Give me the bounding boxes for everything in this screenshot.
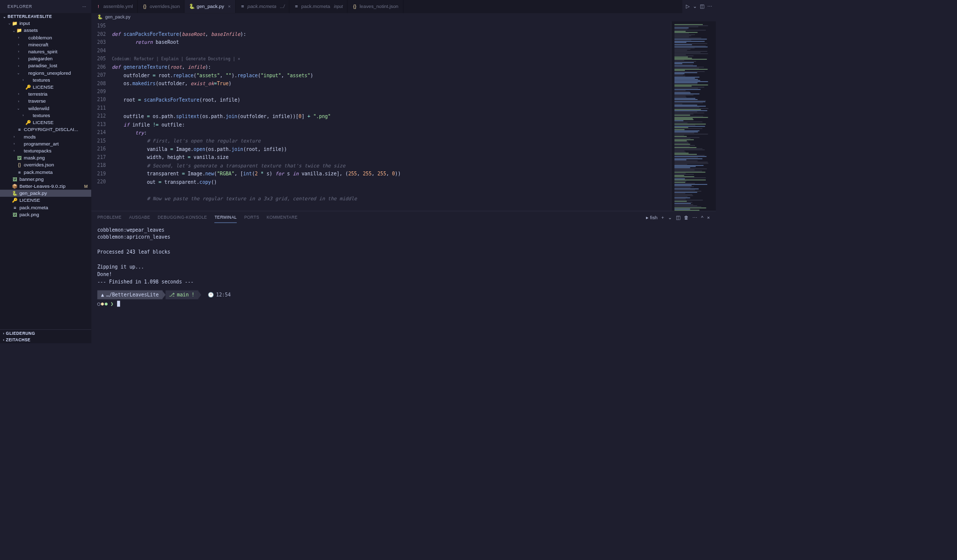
tree-item[interactable]: 📦Better-Leaves-9.0.zipM [0, 183, 91, 190]
tree-item[interactable]: ›cobblemon [0, 34, 91, 41]
sidebar-section[interactable]: ›ZEITACHSE [0, 336, 91, 343]
file-icon: 🖼 [12, 212, 18, 217]
chevron-icon: › [21, 114, 25, 117]
chevron-icon: › [16, 64, 21, 67]
tree-item[interactable]: 🐍gen_pack.py [0, 190, 91, 197]
tree-item[interactable]: ›traverse [0, 98, 91, 105]
prompt-branch: main ! [177, 291, 194, 298]
terminal-line: Done! [97, 271, 710, 279]
tree-item[interactable]: 🔑LICENSE [0, 84, 91, 91]
tree-item-label: wilderwild [28, 106, 49, 111]
tab-label: leaves_notint.json [359, 3, 398, 9]
tree-item[interactable]: ›programmer_art [0, 140, 91, 147]
tree-item-label: texturepacks [24, 148, 51, 153]
panel-tab[interactable]: DEBUGGING-KONSOLE [158, 212, 207, 223]
kill-terminal-icon[interactable]: 🗑 [684, 214, 689, 220]
tree-item[interactable]: ›minecraft [0, 41, 91, 48]
tree-item-label: textures [33, 77, 50, 83]
tree-item-label: COPYRIGHT_DISCLAI... [24, 127, 78, 132]
tree-item[interactable]: {}overrides.json [0, 161, 91, 168]
terminal-line: --- Finished in 1.098 seconds --- [97, 279, 710, 286]
close-icon[interactable]: × [228, 3, 231, 9]
tree-item[interactable]: 🖼pack.png [0, 211, 91, 218]
breadcrumb[interactable]: 🐍 gen_pack.py [91, 13, 716, 21]
run-icon[interactable]: ▷ [686, 3, 689, 9]
editor-tab[interactable]: {}leaves_notint.json [347, 0, 403, 13]
tree-item[interactable]: ›textures [0, 112, 91, 119]
tree-item[interactable]: ≡pack.mcmeta [0, 168, 91, 175]
project-header[interactable]: ⌄ BETTERLEAVESLITE [0, 13, 91, 19]
run-dropdown-icon[interactable]: ⌄ [693, 3, 697, 9]
editor-tab[interactable]: {}overrides.json [138, 0, 184, 13]
panel-tab[interactable]: TERMINAL [214, 212, 237, 223]
tree-item[interactable]: ›texturepacks [0, 147, 91, 154]
line-gutter: 1952022032042052062072082092102112122132… [91, 21, 112, 211]
file-icon: 📁 [12, 21, 18, 26]
minimap[interactable] [671, 21, 716, 211]
editor-tab[interactable]: ≡pack.mcmeta.../ [236, 0, 290, 13]
tree-item[interactable]: ⌄wilderwild [0, 105, 91, 112]
maximize-panel-icon[interactable]: ^ [701, 214, 703, 220]
tree-item[interactable]: ⌄regions_unexplored [0, 69, 91, 76]
tree-item[interactable]: ⌄📁assets [0, 27, 91, 34]
terminal-line: cobblemon:apricorn_leaves [97, 234, 710, 241]
tree-item[interactable]: 🔑LICENSE [0, 197, 91, 204]
tree-item-label: pack.png [19, 212, 39, 217]
tree-item[interactable]: 🖼mask.png [0, 154, 91, 161]
terminal-shell-icon[interactable]: ▸ fish [646, 214, 657, 220]
explorer-more-icon[interactable]: ⋯ [82, 4, 87, 9]
code-editor[interactable]: def scanPacksForTexture(baseRoot, baseIn… [112, 21, 671, 211]
tree-item[interactable]: ›natures_spirit [0, 48, 91, 55]
sidebar-section[interactable]: ›GLIEDERUNG [0, 330, 91, 336]
panel-tab[interactable]: PROBLEME [97, 212, 122, 223]
terminal-line [97, 241, 710, 249]
line-number: 205 [91, 55, 106, 63]
tree-item[interactable]: ›paradise_lost [0, 62, 91, 69]
codelens[interactable]: Codeium: Refactor | Explain | Generate D… [112, 57, 240, 62]
chevron-icon: › [12, 142, 16, 145]
file-icon: ≡ [16, 127, 22, 132]
file-icon: ≡ [12, 205, 18, 210]
split-terminal-icon[interactable]: ◫ [676, 214, 680, 220]
close-panel-icon[interactable]: × [707, 214, 710, 220]
chevron-icon: › [12, 135, 16, 138]
file-type-icon: {} [352, 4, 357, 9]
editor-tab[interactable]: 🐍gen_pack.py× [185, 0, 236, 13]
line-number: 219 [91, 169, 106, 177]
chevron-down-icon: ⌄ [3, 14, 6, 18]
panel-tab[interactable]: AUSGABE [129, 212, 150, 223]
more-icon[interactable]: ⋯ [692, 214, 697, 220]
terminal[interactable]: cobblemon:wepear_leavescobblemon:apricor… [91, 223, 716, 343]
more-actions-icon[interactable]: ⋯ [707, 3, 712, 9]
tab-label: gen_pack.py [196, 3, 224, 9]
tree-item[interactable]: ›mods [0, 133, 91, 140]
editor-tab[interactable]: !assemble.yml [91, 0, 138, 13]
tree-item[interactable]: 🔑LICENSE [0, 119, 91, 126]
tree-item[interactable]: ›terrestria [0, 91, 91, 98]
tree-item[interactable]: ≡pack.mcmeta [0, 204, 91, 211]
panel-tab[interactable]: PORTS [244, 212, 259, 223]
terminal-dropdown-icon[interactable]: ⌄ [668, 214, 672, 220]
clock-icon: 🕐 [208, 291, 214, 298]
file-type-icon: {} [142, 4, 147, 9]
tree-item[interactable]: ≡COPYRIGHT_DISCLAI... [0, 126, 91, 133]
tree-item-label: minecraft [28, 42, 48, 47]
tree-item[interactable]: ⌄📁input [0, 20, 91, 27]
line-number: 215 [91, 137, 106, 145]
tree-item[interactable]: ›textures [0, 76, 91, 83]
file-icon: 🔑 [25, 84, 31, 89]
explorer-header: EXPLORER ⋯ [0, 0, 91, 13]
tree-item[interactable]: ›palegarden [0, 55, 91, 62]
terminal-input-line[interactable]: ○●● ❯ [97, 300, 710, 307]
panel-tab[interactable]: KOMMENTARE [267, 212, 298, 223]
split-editor-icon[interactable]: ◫ [700, 3, 704, 9]
editor-tab[interactable]: ≡pack.mcmetainput [290, 0, 348, 13]
file-icon: 🖼 [12, 176, 18, 181]
tree-item-label: mask.png [24, 155, 45, 160]
tree-item-label: regions_unexplored [28, 70, 71, 76]
tree-item-label: terrestria [28, 91, 47, 97]
tree-item-label: paradise_lost [28, 63, 57, 68]
editor-tabs: !assemble.yml{}overrides.json🐍gen_pack.p… [91, 0, 682, 13]
new-terminal-icon[interactable]: + [661, 214, 664, 220]
tree-item[interactable]: 🖼banner.png [0, 175, 91, 182]
